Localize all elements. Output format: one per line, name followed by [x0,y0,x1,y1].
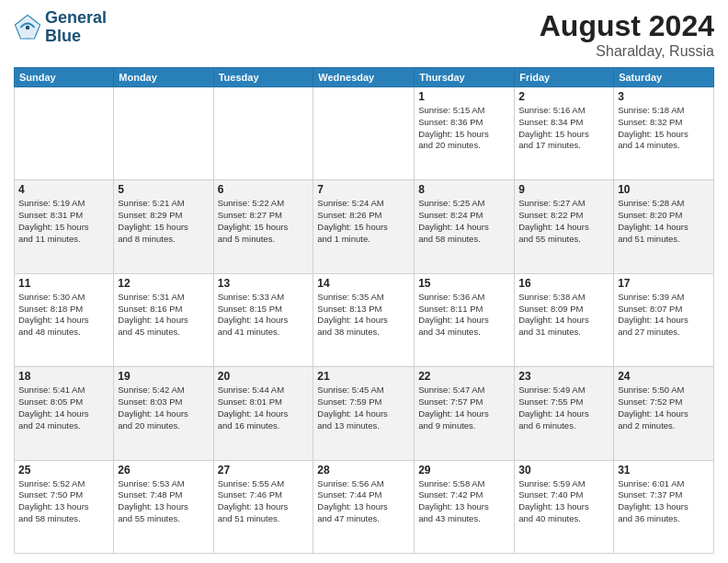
day-info-28: Sunrise: 5:56 AM Sunset: 7:44 PM Dayligh… [317,478,410,525]
cell-1-3: 7Sunrise: 5:24 AM Sunset: 8:26 PM Daylig… [313,180,415,273]
day-number-13: 13 [218,277,310,290]
header-thursday: Thursday [415,68,515,87]
day-info-13: Sunrise: 5:33 AM Sunset: 8:15 PM Dayligh… [218,292,310,339]
week-row-0: 1Sunrise: 5:15 AM Sunset: 8:36 PM Daylig… [15,87,714,180]
day-number-22: 22 [418,370,510,383]
cell-2-5: 16Sunrise: 5:38 AM Sunset: 8:09 PM Dayli… [515,273,614,366]
calendar-header: Sunday Monday Tuesday Wednesday Thursday… [15,68,714,87]
cell-3-2: 20Sunrise: 5:44 AM Sunset: 8:01 PM Dayli… [213,367,313,460]
day-info-11: Sunrise: 5:30 AM Sunset: 8:18 PM Dayligh… [18,292,109,339]
header: General Blue August 2024 Sharalday, Russ… [14,9,714,60]
cell-1-6: 10Sunrise: 5:28 AM Sunset: 8:20 PM Dayli… [614,180,714,273]
cell-0-1 [114,87,213,180]
page: General Blue August 2024 Sharalday, Russ… [0,0,728,563]
logo-icon [14,14,41,41]
cell-4-4: 29Sunrise: 5:58 AM Sunset: 7:42 PM Dayli… [415,460,515,553]
day-info-29: Sunrise: 5:58 AM Sunset: 7:42 PM Dayligh… [418,478,510,525]
week-row-1: 4Sunrise: 5:19 AM Sunset: 8:31 PM Daylig… [15,180,714,273]
day-number-5: 5 [118,183,209,196]
day-info-5: Sunrise: 5:21 AM Sunset: 8:29 PM Dayligh… [118,198,209,245]
cell-3-4: 22Sunrise: 5:47 AM Sunset: 7:57 PM Dayli… [415,367,515,460]
cell-1-0: 4Sunrise: 5:19 AM Sunset: 8:31 PM Daylig… [15,180,114,273]
calendar-table: Sunday Monday Tuesday Wednesday Thursday… [14,67,714,554]
day-info-15: Sunrise: 5:36 AM Sunset: 8:11 PM Dayligh… [418,292,510,339]
day-number-31: 31 [618,464,710,477]
cell-2-3: 14Sunrise: 5:35 AM Sunset: 8:13 PM Dayli… [313,273,415,366]
day-info-23: Sunrise: 5:49 AM Sunset: 7:55 PM Dayligh… [518,385,609,431]
day-number-17: 17 [618,277,710,290]
cell-0-4: 1Sunrise: 5:15 AM Sunset: 8:36 PM Daylig… [415,87,515,180]
header-saturday: Saturday [614,68,714,87]
cell-3-0: 18Sunrise: 5:41 AM Sunset: 8:05 PM Dayli… [15,367,114,460]
day-info-24: Sunrise: 5:50 AM Sunset: 7:52 PM Dayligh… [618,385,710,431]
header-row: Sunday Monday Tuesday Wednesday Thursday… [15,68,714,87]
day-number-15: 15 [418,277,510,290]
day-info-30: Sunrise: 5:59 AM Sunset: 7:40 PM Dayligh… [518,478,609,525]
day-number-29: 29 [418,464,510,477]
cell-3-1: 19Sunrise: 5:42 AM Sunset: 8:03 PM Dayli… [114,367,213,460]
day-info-31: Sunrise: 6:01 AM Sunset: 7:37 PM Dayligh… [618,478,710,525]
day-info-7: Sunrise: 5:24 AM Sunset: 8:26 PM Dayligh… [317,198,410,245]
cell-3-5: 23Sunrise: 5:49 AM Sunset: 7:55 PM Dayli… [515,367,614,460]
day-number-24: 24 [618,370,710,383]
day-number-2: 2 [518,90,609,103]
day-info-17: Sunrise: 5:39 AM Sunset: 8:07 PM Dayligh… [618,292,710,339]
day-number-19: 19 [118,370,209,383]
cell-0-6: 3Sunrise: 5:18 AM Sunset: 8:32 PM Daylig… [614,87,714,180]
day-info-1: Sunrise: 5:15 AM Sunset: 8:36 PM Dayligh… [418,105,510,152]
cell-2-0: 11Sunrise: 5:30 AM Sunset: 8:18 PM Dayli… [15,273,114,366]
day-info-2: Sunrise: 5:16 AM Sunset: 8:34 PM Dayligh… [518,105,609,152]
cell-4-0: 25Sunrise: 5:52 AM Sunset: 7:50 PM Dayli… [15,460,114,553]
cell-0-5: 2Sunrise: 5:16 AM Sunset: 8:34 PM Daylig… [515,87,614,180]
title-block: August 2024 Sharalday, Russia [540,9,714,60]
day-number-21: 21 [317,370,410,383]
cell-0-3 [313,87,415,180]
day-number-25: 25 [18,464,109,477]
day-info-27: Sunrise: 5:55 AM Sunset: 7:46 PM Dayligh… [218,478,310,525]
day-info-3: Sunrise: 5:18 AM Sunset: 8:32 PM Dayligh… [618,105,710,152]
cell-2-1: 12Sunrise: 5:31 AM Sunset: 8:16 PM Dayli… [114,273,213,366]
header-tuesday: Tuesday [213,68,313,87]
day-info-10: Sunrise: 5:28 AM Sunset: 8:20 PM Dayligh… [618,198,710,245]
cell-4-6: 31Sunrise: 6:01 AM Sunset: 7:37 PM Dayli… [614,460,714,553]
day-info-18: Sunrise: 5:41 AM Sunset: 8:05 PM Dayligh… [18,385,109,431]
day-number-14: 14 [317,277,410,290]
day-number-8: 8 [418,183,510,196]
day-number-20: 20 [218,370,310,383]
day-info-26: Sunrise: 5:53 AM Sunset: 7:48 PM Dayligh… [118,478,209,525]
day-info-4: Sunrise: 5:19 AM Sunset: 8:31 PM Dayligh… [18,198,109,245]
day-info-20: Sunrise: 5:44 AM Sunset: 8:01 PM Dayligh… [218,385,310,431]
day-info-9: Sunrise: 5:27 AM Sunset: 8:22 PM Dayligh… [518,198,609,245]
cell-4-2: 27Sunrise: 5:55 AM Sunset: 7:46 PM Dayli… [213,460,313,553]
day-number-18: 18 [18,370,109,383]
day-number-1: 1 [418,90,510,103]
calendar-body: 1Sunrise: 5:15 AM Sunset: 8:36 PM Daylig… [15,87,714,554]
day-number-30: 30 [518,464,609,477]
day-info-14: Sunrise: 5:35 AM Sunset: 8:13 PM Dayligh… [317,292,410,339]
cell-3-3: 21Sunrise: 5:45 AM Sunset: 7:59 PM Dayli… [313,367,415,460]
cell-2-4: 15Sunrise: 5:36 AM Sunset: 8:11 PM Dayli… [415,273,515,366]
day-number-26: 26 [118,464,209,477]
month-title: August 2024 [540,9,714,43]
day-info-8: Sunrise: 5:25 AM Sunset: 8:24 PM Dayligh… [418,198,510,245]
cell-4-5: 30Sunrise: 5:59 AM Sunset: 7:40 PM Dayli… [515,460,614,553]
cell-0-0 [15,87,114,180]
day-number-3: 3 [618,90,710,103]
day-info-19: Sunrise: 5:42 AM Sunset: 8:03 PM Dayligh… [118,385,209,431]
day-info-6: Sunrise: 5:22 AM Sunset: 8:27 PM Dayligh… [218,198,310,245]
week-row-2: 11Sunrise: 5:30 AM Sunset: 8:18 PM Dayli… [15,273,714,366]
day-number-9: 9 [518,183,609,196]
day-number-28: 28 [317,464,410,477]
cell-3-6: 24Sunrise: 5:50 AM Sunset: 7:52 PM Dayli… [614,367,714,460]
week-row-4: 25Sunrise: 5:52 AM Sunset: 7:50 PM Dayli… [15,460,714,553]
day-info-12: Sunrise: 5:31 AM Sunset: 8:16 PM Dayligh… [118,292,209,339]
cell-1-1: 5Sunrise: 5:21 AM Sunset: 8:29 PM Daylig… [114,180,213,273]
header-friday: Friday [515,68,614,87]
cell-0-2 [213,87,313,180]
day-number-11: 11 [18,277,109,290]
day-number-16: 16 [518,277,609,290]
logo-line2: Blue [45,28,107,46]
header-monday: Monday [114,68,213,87]
cell-4-3: 28Sunrise: 5:56 AM Sunset: 7:44 PM Dayli… [313,460,415,553]
day-info-21: Sunrise: 5:45 AM Sunset: 7:59 PM Dayligh… [317,385,410,431]
